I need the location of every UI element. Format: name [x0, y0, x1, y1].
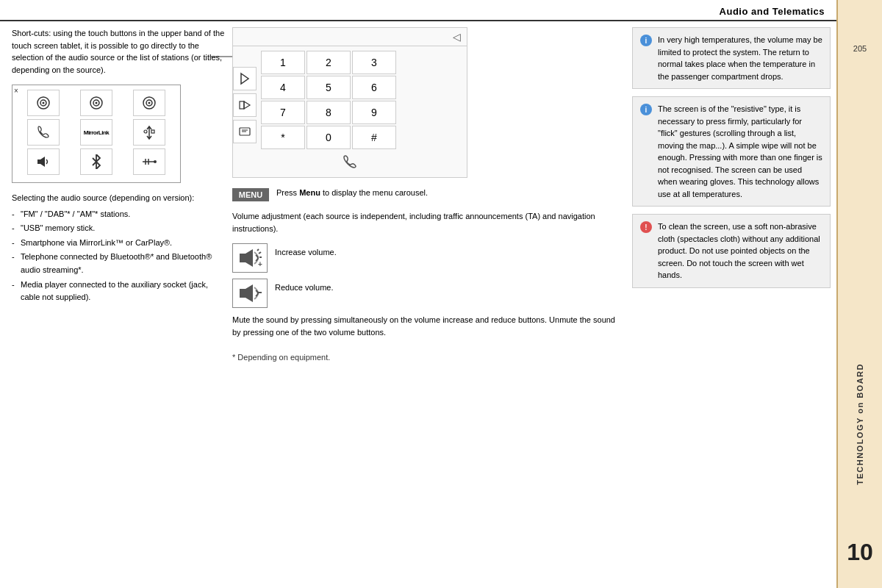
chapter-number: 10: [847, 539, 873, 566]
menu-description: Press Menu to display the menu carousel.: [276, 187, 428, 199]
svg-marker-25: [240, 249, 253, 267]
source-icon-bluetooth: [80, 148, 112, 175]
reduce-volume-label: Reduce volume.: [275, 279, 334, 292]
svg-marker-19: [241, 74, 248, 84]
svg-point-5: [96, 102, 98, 104]
svg-rect-20: [240, 101, 244, 109]
warning-icon: !: [640, 221, 652, 233]
middle-column: ◁: [232, 27, 625, 585]
info-box-cleaning: ! To clean the screen, use a soft non-ab…: [632, 214, 831, 288]
svg-point-14: [154, 160, 157, 163]
keypad-box: ◁: [232, 27, 467, 178]
info-box-temperature: i In very high temperatures, the volume …: [632, 27, 831, 89]
keypad-section: ◁: [232, 27, 625, 178]
reduce-volume-section: Reduce volume.: [232, 279, 625, 308]
shortcut-text: Short-cuts: using the touch buttons in t…: [12, 27, 225, 76]
source-row-1: [17, 90, 176, 116]
source-icon-usb: [133, 119, 165, 146]
keypad-grid: 1 2 3 4 5 6 7 8 9 * 0 #: [233, 46, 401, 154]
selecting-heading: Selecting the audio source (depending on…: [12, 192, 225, 205]
key-hash[interactable]: #: [352, 126, 396, 149]
keypad-side-icon-1: [233, 67, 257, 90]
source-icon-phone: [27, 119, 60, 146]
close-icon: ×: [14, 87, 18, 95]
keypad-body: 1 2 3 4 5 6 7 8 9 * 0 #: [233, 46, 467, 154]
svg-point-2: [43, 102, 45, 104]
volume-down-icon: [232, 279, 268, 308]
source-icon-aux: [133, 148, 165, 175]
source-icon-cd: [80, 90, 112, 116]
svg-point-9: [144, 130, 147, 133]
increase-volume-section: + Increase volume.: [232, 243, 625, 273]
source-icon-media: [133, 90, 165, 116]
info-icon-1: i: [640, 35, 652, 46]
source-icon-mirrorlink: MirrorLink: [80, 119, 112, 146]
menu-badge: MENU: [232, 188, 269, 201]
svg-line-26: [257, 249, 259, 251]
keypad-side-icons: [233, 67, 257, 145]
mute-text: Mute the sound by pressing simultaneousl…: [232, 314, 625, 338]
svg-text:+: +: [258, 260, 262, 268]
keypad-side-icon-2: [233, 93, 257, 117]
svg-rect-11: [37, 159, 40, 164]
svg-line-27: [259, 252, 261, 254]
keypad-top-bar: ◁: [233, 28, 467, 46]
info-text-1: In very high temperatures, the volume ma…: [658, 34, 822, 82]
list-item: Telephone connected by Bluetooth®* and B…: [12, 251, 225, 276]
svg-marker-30: [240, 284, 253, 302]
keypad-side-icon-3: [233, 120, 257, 143]
list-item: "USB" memory stick.: [12, 222, 225, 235]
source-list: "FM" / "DAB"* / "AM"* stations. "USB" me…: [12, 208, 225, 304]
list-item: Media player connected to the auxiliary …: [12, 279, 225, 304]
list-item: Smartphone via MirrorLink™ or CarPlay®.: [12, 237, 225, 250]
key-4[interactable]: 4: [261, 76, 305, 99]
key-2[interactable]: 2: [306, 51, 351, 74]
info-icon-2: i: [640, 104, 652, 115]
source-row-2: MirrorLink: [17, 119, 176, 146]
key-star[interactable]: *: [261, 126, 305, 149]
left-column: Short-cuts: using the touch buttons in t…: [12, 27, 225, 585]
body-area: Short-cuts: using the touch buttons in t…: [0, 24, 836, 588]
svg-marker-12: [40, 157, 45, 167]
key-6[interactable]: 6: [352, 76, 396, 99]
key-3[interactable]: 3: [352, 51, 396, 74]
svg-rect-10: [151, 130, 154, 133]
list-item: "FM" / "DAB"* / "AM"* stations.: [12, 208, 225, 221]
page-number: 205: [853, 44, 867, 53]
svg-point-8: [148, 102, 151, 104]
phone-icon: [342, 154, 358, 173]
key-8[interactable]: 8: [306, 101, 351, 124]
source-row-3: [17, 148, 176, 175]
info-text-3: To clean the screen, use a soft non-abra…: [658, 220, 822, 282]
source-selector-box: × MirrorLink: [12, 85, 181, 183]
right-column: i In very high temperatures, the volume …: [632, 27, 831, 585]
header-title: Audio and Telematics: [720, 6, 825, 17]
footer-note: * Depending on equipment.: [232, 353, 625, 362]
key-0[interactable]: 0: [306, 126, 351, 149]
increase-volume-label: Increase volume.: [275, 243, 337, 257]
keypad-phone-row: [233, 154, 467, 177]
key-7[interactable]: 7: [261, 101, 305, 124]
source-icon-speaker: [27, 148, 60, 175]
sidebar-vertical-label: TECHNOLOGY on BOARD: [856, 363, 864, 485]
key-1[interactable]: 1: [261, 51, 305, 74]
key-9[interactable]: 9: [352, 101, 396, 124]
back-arrow-icon: ◁: [453, 31, 461, 43]
volume-intro-text: Volume adjustment (each source is indepe…: [232, 210, 625, 234]
volume-up-icon: +: [232, 243, 268, 273]
peach-sidebar: 205 TECHNOLOGY on BOARD 10: [838, 0, 882, 588]
page-header: Audio and Telematics: [0, 0, 836, 21]
svg-marker-21: [244, 101, 250, 109]
key-5[interactable]: 5: [306, 76, 351, 99]
source-icon-radio: [27, 90, 60, 116]
info-box-screen-type: i The screen is of the "resistive" type,…: [632, 96, 831, 207]
menu-bold: Menu: [299, 188, 320, 197]
selecting-audio-source: Selecting the audio source (depending on…: [12, 192, 225, 304]
menu-section: MENU Press Menu to display the menu caro…: [232, 187, 625, 201]
info-text-2: The screen is of the "resistive" type, i…: [658, 103, 822, 200]
